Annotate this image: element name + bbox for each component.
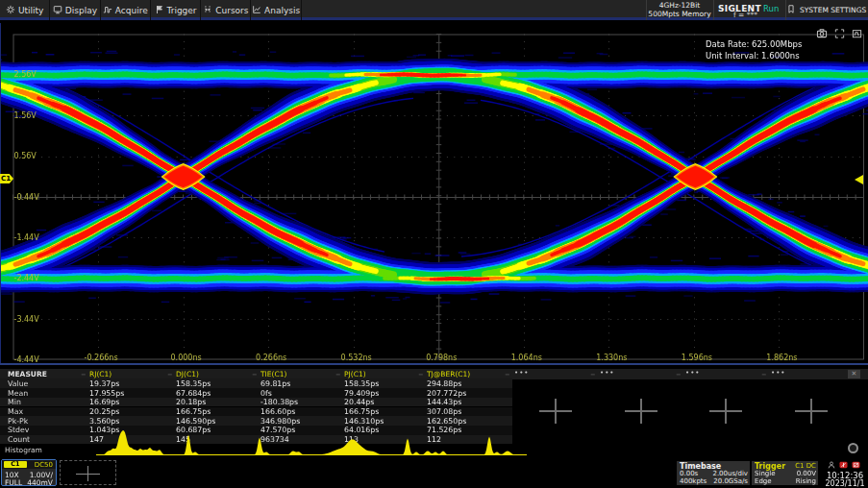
measure-column-header[interactable]: DJ(C1) <box>176 370 199 378</box>
measure-column-header[interactable]: TJ@BER(C1) <box>427 370 470 378</box>
measure-cell: 0fs <box>260 389 272 398</box>
add-measure-cross[interactable] <box>810 399 812 424</box>
time-label: 0.000ns <box>171 354 202 362</box>
measure-row-max: Max20.25ps166.75ps166.60ps166.75ps307.08… <box>0 407 512 417</box>
measure-cell: 20.44ps <box>344 398 374 406</box>
display-border-bottom <box>0 363 868 365</box>
time-label: 1.596ns <box>682 354 712 362</box>
measure-cell: 294.88ps <box>427 379 461 388</box>
empty-measure-slot-menu[interactable]: ••• <box>514 369 529 377</box>
measure-column-header[interactable]: RJ(C1) <box>89 370 112 378</box>
measure-row-label: Min <box>8 398 21 406</box>
measure-cell: 16.69ps <box>89 398 119 406</box>
measure-column-header[interactable]: TIE(C1) <box>260 370 286 378</box>
column-trend-icon[interactable]: — <box>419 370 424 378</box>
measure-cell: 20.25ps <box>89 407 119 416</box>
lan-error-icon <box>852 461 860 469</box>
timebase-sample-rate: 20.0GSa/s <box>713 477 748 485</box>
channel-c1-offset: 440mV <box>27 478 53 487</box>
eye-annotations: Data Rate: 625.00Mbps Unit Interval: 1.6… <box>706 39 802 61</box>
menu-item-label: Trigger <box>167 6 197 15</box>
channel-c1-badge: C1 <box>4 461 27 468</box>
window-icon[interactable] <box>852 24 862 42</box>
measure-cell: 166.75ps <box>344 407 379 416</box>
measure-cell: 346.980ps <box>260 417 300 426</box>
menu-bar: UtilityDisplayAcquireTriggerCursorsAnaly… <box>0 0 868 20</box>
measure-cell: 158.35ps <box>176 379 211 388</box>
column-trend-icon: — <box>762 370 767 378</box>
acquire-icon <box>103 5 112 16</box>
measure-cell: 144.43ps <box>427 398 461 406</box>
eye-diagram-canvas[interactable] <box>0 23 868 365</box>
measure-cell: 19.37ps <box>89 379 119 388</box>
user-icon <box>828 461 835 469</box>
voltage-label: -1.44V <box>14 233 39 242</box>
status-icons <box>828 461 860 469</box>
trigger-source: C1 DC <box>795 462 816 470</box>
menu-item-utility[interactable]: Utility <box>0 0 50 20</box>
menubar-divider <box>646 0 647 20</box>
empty-measure-slot-menu[interactable]: ••• <box>771 369 785 377</box>
empty-measure-slot-menu[interactable]: ••• <box>685 369 700 377</box>
bookmark-icon <box>786 4 796 16</box>
voltage-label: 0.56V <box>14 152 37 160</box>
menu-item-acquire[interactable]: Acquire <box>101 0 151 20</box>
menu-item-trigger[interactable]: Trigger <box>151 0 201 20</box>
time-label: 1.330ns <box>596 354 627 362</box>
measure-cell: 69.81ps <box>260 379 290 388</box>
column-trend-icon: — <box>677 370 682 378</box>
camera-icon[interactable] <box>816 24 828 42</box>
voltage-label: 2.56V <box>14 70 37 79</box>
timebase-box[interactable]: Timebase 0.00s 2.00us/div 400kpts 20.0GS… <box>677 461 750 485</box>
measure-row-min: Min16.69ps20.18ps-180.38ps20.44ps144.43p… <box>0 398 512 407</box>
measure-cell: 79.409ps <box>344 389 379 398</box>
measure-row-mean: Mean17.955ps67.684ps0fs79.409ps207.772ps <box>0 388 512 398</box>
trigger-flag-icon <box>155 5 164 16</box>
column-trend-icon[interactable]: — <box>168 370 173 378</box>
measure-cell: 166.60ps <box>260 407 295 416</box>
measure-cell: 67.684ps <box>176 389 211 398</box>
add-measure-cross[interactable] <box>725 399 727 424</box>
display-icon <box>53 5 62 16</box>
column-trend-icon[interactable]: — <box>82 370 87 378</box>
fullscreen-icon[interactable] <box>834 24 845 42</box>
measure-cell: 20.18ps <box>176 398 206 406</box>
channel-c1-box[interactable]: C1 DC50 10X 1.00V/ FULL 440mV <box>1 459 57 486</box>
measure-row-label: Value <box>8 379 28 388</box>
help-circle-button[interactable] <box>848 443 858 453</box>
menu-item-display[interactable]: Display <box>50 0 100 20</box>
timebase-memory: 400kpts <box>680 477 707 485</box>
usb-error-icon <box>839 461 848 469</box>
analysis-icon <box>252 5 261 16</box>
voltage-label: 1.56V <box>14 111 37 120</box>
measure-cell: -180.38ps <box>260 398 298 406</box>
trigger-mode: Single <box>755 470 776 477</box>
system-settings-button[interactable]: SYSTEM SETTINGS <box>786 0 866 20</box>
measure-row-label: Mean <box>8 389 28 398</box>
empty-measure-slot-menu[interactable]: ••• <box>600 369 614 377</box>
voltage-label: -3.44V <box>14 315 39 324</box>
measure-close-button[interactable]: ✕ <box>848 370 860 378</box>
column-trend-icon[interactable]: — <box>253 370 258 378</box>
measure-column-header[interactable]: PJ(C1) <box>344 370 366 378</box>
trigger-level-marker[interactable] <box>855 175 863 184</box>
voltage-label: -2.44V <box>14 274 39 282</box>
add-measure-cross[interactable] <box>640 399 642 424</box>
measure-row-pk-pk: Pk-Pk3.560ps146.590ps346.980ps146.310ps1… <box>0 416 512 426</box>
cursors-icon <box>203 5 212 16</box>
measure-cell: 17.955ps <box>89 389 124 398</box>
menu-items: UtilityDisplayAcquireTriggerCursorsAnaly… <box>0 0 302 20</box>
menu-item-label: Cursors <box>215 6 248 15</box>
menu-item-cursors[interactable]: Cursors <box>201 0 251 20</box>
add-measure-cross[interactable] <box>555 399 557 424</box>
menu-item-label: Utility <box>18 6 43 15</box>
column-trend-icon[interactable]: — <box>336 370 341 378</box>
run-status[interactable]: Run <box>763 4 779 13</box>
timebase-delay: 0.00s <box>680 470 698 477</box>
measure-row-label: Max <box>8 407 23 416</box>
add-channel-cross <box>87 466 88 481</box>
trigger-box[interactable]: Trigger C1 DC Single 0.00V Edge Rising <box>752 461 818 485</box>
menu-item-analysis[interactable]: Analysis <box>251 0 301 20</box>
timebase-scale: 2.00us/div <box>712 470 748 477</box>
voltage-label: -4.44V <box>14 355 39 364</box>
